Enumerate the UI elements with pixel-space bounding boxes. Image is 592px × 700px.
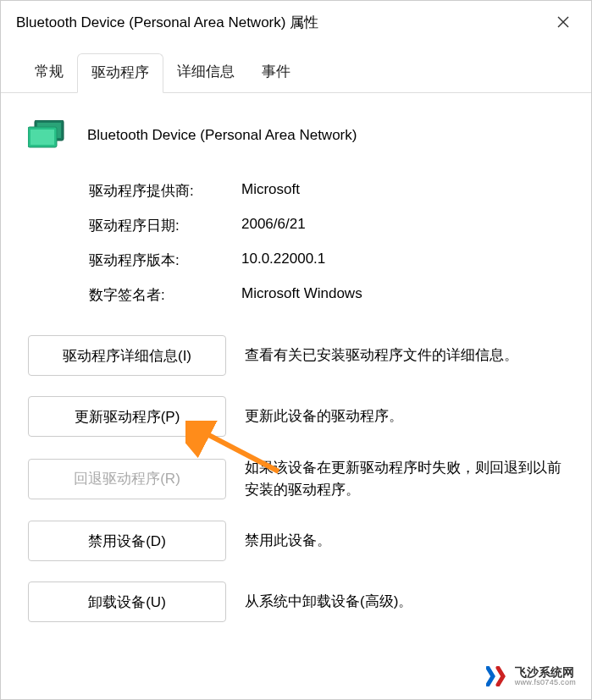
- signer-label: 数字签名者:: [89, 285, 241, 305]
- action-row-update: 更新驱动程序(P) 更新此设备的驱动程序。: [28, 396, 564, 437]
- tab-content: Bluetooth Device (Personal Area Network)…: [1, 93, 591, 663]
- rollback-driver-button: 回退驱动程序(R): [28, 459, 226, 499]
- provider-label: 驱动程序提供商:: [89, 181, 241, 201]
- tab-details[interactable]: 详细信息: [163, 53, 248, 92]
- date-label: 驱动程序日期:: [89, 216, 241, 235]
- window-title: Bluetooth Device (Personal Area Network)…: [16, 13, 318, 32]
- info-row-version: 驱动程序版本: 10.0.22000.1: [89, 251, 564, 270]
- signer-value: Microsoft Windows: [241, 285, 362, 305]
- watermark-main: 飞沙系统网: [515, 666, 576, 679]
- close-icon: [557, 16, 569, 28]
- provider-value: Microsoft: [241, 181, 300, 201]
- action-row-uninstall: 卸载设备(U) 从系统中卸载设备(高级)。: [28, 581, 564, 622]
- action-row-details: 驱动程序详细信息(I) 查看有关已安装驱动程序文件的详细信息。: [28, 335, 564, 376]
- watermark-text: 飞沙系统网 www.fs0745.com: [515, 666, 576, 687]
- dialog-window: Bluetooth Device (Personal Area Network)…: [0, 0, 592, 700]
- tab-events[interactable]: 事件: [248, 53, 304, 92]
- disable-device-desc: 禁用此设备。: [245, 530, 564, 552]
- watermark-logo-icon: [486, 666, 510, 686]
- driver-details-desc: 查看有关已安装驱动程序文件的详细信息。: [245, 344, 564, 367]
- info-row-signer: 数字签名者: Microsoft Windows: [89, 285, 564, 305]
- tab-bar: 常规 驱动程序 详细信息 事件: [1, 53, 591, 93]
- info-row-date: 驱动程序日期: 2006/6/21: [89, 216, 564, 235]
- device-header: Bluetooth Device (Personal Area Network): [28, 120, 564, 151]
- uninstall-device-desc: 从系统中卸载设备(高级)。: [245, 591, 564, 613]
- info-row-provider: 驱动程序提供商: Microsoft: [89, 181, 564, 201]
- svg-rect-5: [30, 130, 54, 145]
- tab-general[interactable]: 常规: [21, 53, 77, 92]
- update-driver-desc: 更新此设备的驱动程序。: [245, 405, 564, 427]
- date-value: 2006/6/21: [241, 216, 306, 235]
- version-value: 10.0.22000.1: [241, 251, 325, 270]
- update-driver-button[interactable]: 更新驱动程序(P): [28, 396, 226, 437]
- disable-device-button[interactable]: 禁用设备(D): [28, 521, 226, 561]
- title-bar: Bluetooth Device (Personal Area Network)…: [1, 1, 591, 43]
- version-label: 驱动程序版本:: [89, 251, 241, 270]
- tab-driver[interactable]: 驱动程序: [77, 53, 163, 93]
- action-row-disable: 禁用设备(D) 禁用此设备。: [28, 521, 564, 561]
- watermark-sub: www.fs0745.com: [515, 679, 576, 687]
- close-button[interactable]: [551, 9, 576, 35]
- info-grid: 驱动程序提供商: Microsoft 驱动程序日期: 2006/6/21 驱动程…: [89, 181, 564, 305]
- driver-details-button[interactable]: 驱动程序详细信息(I): [28, 335, 226, 376]
- device-icon: [28, 120, 67, 151]
- uninstall-device-button[interactable]: 卸载设备(U): [28, 581, 226, 622]
- watermark: 飞沙系统网 www.fs0745.com: [486, 666, 576, 687]
- device-name: Bluetooth Device (Personal Area Network): [87, 127, 357, 144]
- action-row-rollback: 回退驱动程序(R) 如果该设备在更新驱动程序时失败，则回退到以前安装的驱动程序。: [28, 457, 564, 500]
- rollback-driver-desc: 如果该设备在更新驱动程序时失败，则回退到以前安装的驱动程序。: [245, 457, 564, 500]
